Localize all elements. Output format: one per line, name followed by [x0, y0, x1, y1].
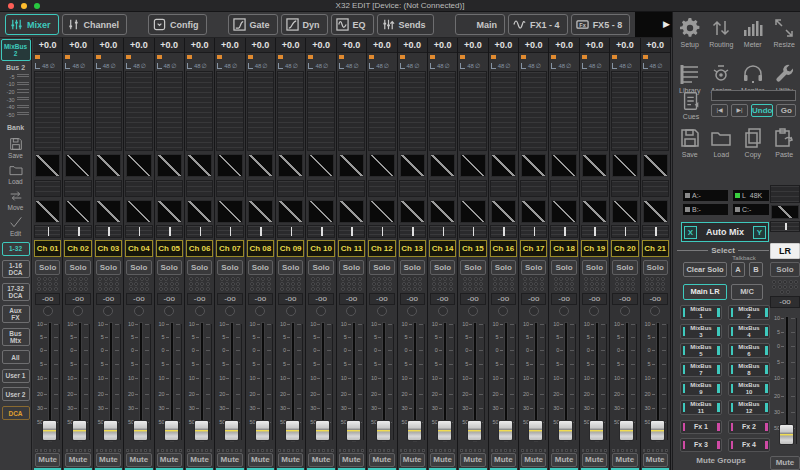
lr-pan-slider[interactable] — [770, 221, 800, 232]
channel-fader[interactable]: 1050510203050 — [276, 318, 305, 448]
mute-button[interactable]: Mute — [248, 453, 273, 467]
channel-fader[interactable]: 1050510203050 — [155, 318, 184, 448]
tab-eq[interactable]: EQ — [331, 14, 374, 35]
gate-display[interactable] — [460, 154, 485, 177]
gate-display[interactable] — [551, 154, 576, 177]
gain-value[interactable]: +0.0 — [246, 38, 275, 53]
pan-slider[interactable] — [156, 225, 183, 238]
mixbus-1-button[interactable]: MixBus1 — [680, 305, 722, 320]
channel-knob[interactable] — [215, 305, 244, 318]
mixbus-3-button[interactable]: MixBus3 — [680, 324, 722, 339]
fader-knob[interactable] — [42, 420, 57, 441]
dyn-display[interactable] — [643, 200, 668, 223]
channel-fader[interactable]: 1050510203050 — [33, 318, 62, 448]
fx-4-button[interactable]: Fx 4 — [728, 438, 770, 452]
mute-button[interactable]: Mute — [96, 453, 121, 467]
channel-knob[interactable] — [458, 305, 487, 318]
gain-value[interactable]: +0.0 — [63, 38, 92, 53]
bank-select-user-2[interactable]: User 2 — [2, 387, 30, 401]
pan-slider[interactable] — [216, 225, 243, 238]
solo-button[interactable]: Solo — [308, 260, 333, 275]
gate-display[interactable] — [35, 154, 60, 177]
fader-knob[interactable] — [285, 420, 300, 441]
lr-solo-button[interactable]: Solo — [770, 262, 800, 277]
solo-button[interactable]: Solo — [278, 260, 303, 275]
gain-value[interactable]: +0.0 — [549, 38, 578, 53]
lr-fader[interactable]: 1050510203050 — [770, 312, 800, 452]
gain-value[interactable]: +0.0 — [276, 38, 305, 53]
channel-knob[interactable] — [610, 305, 639, 318]
gate-display[interactable] — [643, 154, 668, 177]
gain-value[interactable]: +0.0 — [458, 38, 487, 53]
solo-button[interactable]: Solo — [491, 260, 516, 275]
solo-button[interactable]: Solo — [157, 260, 182, 275]
channel-fader[interactable]: 1050510203050 — [94, 318, 123, 448]
tab-fx5-8[interactable]: FxFX5 - 8 — [571, 14, 631, 35]
load-button[interactable]: Load — [707, 124, 737, 168]
gate-display[interactable] — [339, 154, 364, 177]
solo-button[interactable]: Solo — [521, 260, 546, 275]
channel-knob[interactable] — [519, 305, 548, 318]
channel-name[interactable]: Ch 11 — [338, 240, 365, 257]
channel-fader[interactable]: 1050510203050 — [549, 318, 578, 448]
gate-display[interactable] — [491, 154, 516, 177]
channel-name[interactable]: Ch 16 — [490, 240, 517, 257]
gain-value[interactable]: +0.0 — [580, 38, 609, 53]
fader-knob[interactable] — [194, 420, 209, 441]
pan-slider[interactable] — [64, 225, 91, 238]
gain-value[interactable]: +0.0 — [306, 38, 335, 53]
gate-display[interactable] — [582, 154, 607, 177]
channel-knob[interactable] — [428, 305, 457, 318]
channel-fader[interactable]: 1050510203050 — [63, 318, 92, 448]
channel-name[interactable]: Ch 15 — [459, 240, 486, 257]
fader-knob[interactable] — [315, 420, 330, 441]
tab-channel[interactable]: Channel — [62, 14, 128, 35]
solo-button[interactable]: Solo — [96, 260, 121, 275]
dyn-display[interactable] — [369, 200, 394, 223]
cue-prev-button[interactable]: |◀ — [711, 104, 728, 117]
channel-knob[interactable] — [641, 305, 670, 318]
mute-button[interactable]: Mute — [339, 453, 364, 467]
fader-knob[interactable] — [376, 420, 391, 441]
mono-center-select-button[interactable]: M/C — [731, 284, 763, 300]
mixbus-5-button[interactable]: MixBus5 — [680, 343, 722, 358]
gain-value[interactable]: +0.0 — [489, 38, 518, 53]
solo-button[interactable]: Solo — [126, 260, 151, 275]
channel-fader[interactable]: 1050510203050 — [124, 318, 153, 448]
cue-next-button[interactable]: ▶| — [731, 104, 748, 117]
dyn-display[interactable] — [430, 200, 455, 223]
gate-display[interactable] — [126, 154, 151, 177]
channel-fader[interactable]: 1050510203050 — [398, 318, 427, 448]
dyn-display[interactable] — [126, 200, 151, 223]
gate-display[interactable] — [65, 154, 90, 177]
mute-button[interactable]: Mute — [369, 453, 394, 467]
channel-fader[interactable]: 1050510203050 — [458, 318, 487, 448]
dyn-display[interactable] — [460, 200, 485, 223]
fader-knob[interactable] — [133, 420, 148, 441]
fader-knob[interactable] — [407, 420, 422, 441]
pan-slider[interactable] — [490, 225, 517, 238]
mixbus-6-button[interactable]: MixBus6 — [728, 343, 770, 358]
move-bank-button[interactable]: Move — [7, 188, 25, 211]
channel-knob[interactable] — [489, 305, 518, 318]
solo-button[interactable]: Solo — [187, 260, 212, 275]
mute-button[interactable]: Mute — [643, 453, 668, 467]
channel-knob[interactable] — [337, 305, 366, 318]
fader-knob[interactable] — [103, 420, 118, 441]
gate-display[interactable] — [612, 154, 637, 177]
channel-knob[interactable] — [124, 305, 153, 318]
dyn-display[interactable] — [400, 200, 425, 223]
mixbus-8-button[interactable]: MixBus8 — [728, 362, 770, 377]
gain-value[interactable]: +0.0 — [610, 38, 639, 53]
channel-name[interactable]: Ch 20 — [611, 240, 638, 257]
dyn-display[interactable] — [612, 200, 637, 223]
channel-fader[interactable]: 1050510203050 — [519, 318, 548, 448]
dyn-display[interactable] — [278, 200, 303, 223]
mute-button[interactable]: Mute — [65, 453, 90, 467]
mixbus-12-button[interactable]: MixBus12 — [728, 400, 770, 415]
gate-display[interactable] — [278, 154, 303, 177]
solo-button[interactable]: Solo — [400, 260, 425, 275]
gate-display[interactable] — [96, 154, 121, 177]
mute-button[interactable]: Mute — [551, 453, 576, 467]
channel-name[interactable]: Ch 06 — [186, 240, 213, 257]
